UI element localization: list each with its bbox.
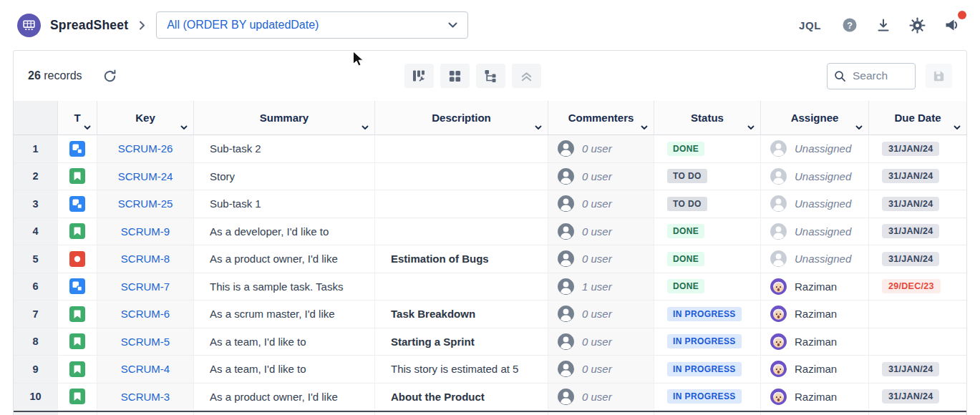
description-cell[interactable] [375,273,548,301]
row-number-cell[interactable]: 6 [14,273,58,301]
column-settings-icon[interactable] [404,64,434,88]
status-badge[interactable]: DONE [667,252,704,266]
due-date-badge[interactable]: 31/JAN/24 [882,362,939,376]
summary-cell[interactable]: As a product owner, I'd like [194,245,375,273]
assignee-cell[interactable]: Raziman [761,356,869,384]
commenters-cell[interactable]: 1 user [548,273,654,301]
column-header-type[interactable]: T [58,101,97,135]
issue-type-cell[interactable] [58,328,97,356]
issue-key-link[interactable]: SCRUM-26 [118,142,173,155]
download-icon[interactable] [874,16,893,34]
due-date-badge[interactable]: 31/JAN/24 [882,252,939,266]
tree-view-icon[interactable] [476,64,505,88]
issue-type-cell[interactable] [58,190,97,218]
status-badge[interactable]: DONE [667,224,704,238]
due-date-cell[interactable] [869,328,966,356]
summary-cell[interactable]: As a developer, I'd like to [194,218,375,246]
status-cell[interactable]: DONE [654,273,761,301]
summary-cell[interactable]: As a scrum master, I'd like [194,301,375,328]
chevron-down-icon[interactable] [180,125,188,130]
assignee-cell[interactable]: Unassigned [761,190,869,218]
settings-gear-icon[interactable] [908,16,927,35]
due-date-badge[interactable]: 31/JAN/24 [882,197,939,211]
view-selector-dropdown[interactable]: All (ORDER BY updatedDate) [156,11,468,39]
summary-cell[interactable]: As a team, I'd like to [194,328,375,356]
due-date-cell[interactable]: 31/JAN/24 [869,245,966,273]
commenters-cell[interactable]: 0 user [548,135,654,163]
column-header-description[interactable]: Description [375,101,548,135]
chevron-down-icon[interactable] [641,125,648,130]
issue-key-cell[interactable]: SCRUM-8 [97,245,194,273]
description-cell[interactable] [375,190,548,218]
save-icon[interactable] [926,64,952,88]
issue-key-cell[interactable]: SCRUM-5 [97,328,194,356]
issue-key-link[interactable]: SCRUM-3 [121,391,170,403]
assignee-cell[interactable]: Raziman [761,328,869,356]
chevron-down-icon[interactable] [535,125,542,130]
description-cell[interactable] [375,135,548,163]
description-cell[interactable] [375,218,548,246]
status-badge[interactable]: IN PROGRESS [667,362,742,376]
assignee-cell[interactable]: Raziman [761,301,869,328]
issue-type-cell[interactable] [58,218,97,246]
issue-key-link[interactable]: SCRUM-7 [121,280,170,293]
chevron-down-icon[interactable] [362,125,369,130]
issue-type-cell[interactable] [58,245,97,273]
status-cell[interactable]: DONE [654,245,761,273]
grid-view-icon[interactable] [440,64,470,88]
status-cell[interactable]: DONE [654,218,761,246]
assignee-cell[interactable]: Unassigned [761,135,869,163]
status-cell[interactable]: TO DO [654,163,761,191]
commenters-cell[interactable]: 0 user [548,218,654,246]
status-badge[interactable]: IN PROGRESS [667,389,742,404]
assignee-cell[interactable]: Unassigned [761,245,869,273]
issue-type-cell[interactable] [58,135,97,163]
due-date-badge[interactable]: 31/JAN/24 [882,389,939,404]
issue-key-cell[interactable]: SCRUM-7 [97,273,194,301]
due-date-cell[interactable]: 31/JAN/24 [869,384,966,411]
chevron-down-icon[interactable] [84,125,91,130]
row-number-cell[interactable]: 3 [14,190,58,218]
help-icon[interactable]: ? [840,16,859,34]
search-box[interactable] [827,63,916,89]
issue-type-cell[interactable] [58,301,97,328]
collapse-all-icon[interactable] [512,64,541,88]
due-date-badge[interactable]: 29/DEC/23 [882,279,941,293]
chevron-down-icon[interactable] [954,125,961,130]
status-badge[interactable]: DONE [667,142,704,156]
column-header-summary[interactable]: Summary [194,101,375,135]
due-date-cell[interactable] [869,301,966,328]
row-number-cell[interactable]: 9 [14,356,58,384]
status-cell[interactable]: TO DO [654,190,761,218]
issue-key-cell[interactable]: SCRUM-25 [97,190,194,218]
assignee-cell[interactable]: Unassigned [761,163,869,191]
commenters-cell[interactable]: 0 user [548,328,654,356]
status-badge[interactable]: TO DO [667,169,707,183]
chevron-down-icon[interactable] [855,125,863,130]
row-number-cell[interactable]: 7 [14,301,58,328]
commenters-cell[interactable]: 0 user [548,301,654,328]
assignee-cell[interactable]: Raziman [761,384,869,411]
column-header-assignee[interactable]: Assignee [761,101,869,135]
issue-key-link[interactable]: SCRUM-8 [121,253,170,265]
issue-type-cell[interactable] [58,384,97,411]
issue-type-cell[interactable] [58,356,97,384]
search-input[interactable] [851,69,907,83]
issue-type-cell[interactable] [58,273,97,301]
due-date-cell[interactable]: 31/JAN/24 [869,135,966,163]
issue-key-link[interactable]: SCRUM-4 [121,363,170,375]
row-number-cell[interactable]: 5 [14,245,58,273]
chevron-down-icon[interactable] [747,125,755,130]
assignee-cell[interactable]: Raziman [761,273,869,301]
status-badge[interactable]: IN PROGRESS [667,334,742,348]
row-number-cell[interactable]: 4 [14,218,58,246]
issue-key-link[interactable]: SCRUM-6 [121,308,170,320]
status-badge[interactable]: TO DO [667,197,707,211]
description-cell[interactable]: This story is estimated at 5 [375,356,548,384]
row-number-cell[interactable]: 1 [14,135,58,163]
description-cell[interactable] [375,163,548,191]
status-cell[interactable]: IN PROGRESS [654,301,761,328]
issue-key-link[interactable]: SCRUM-25 [118,197,173,210]
status-cell[interactable]: IN PROGRESS [654,384,761,411]
commenters-cell[interactable]: 0 user [548,356,654,384]
